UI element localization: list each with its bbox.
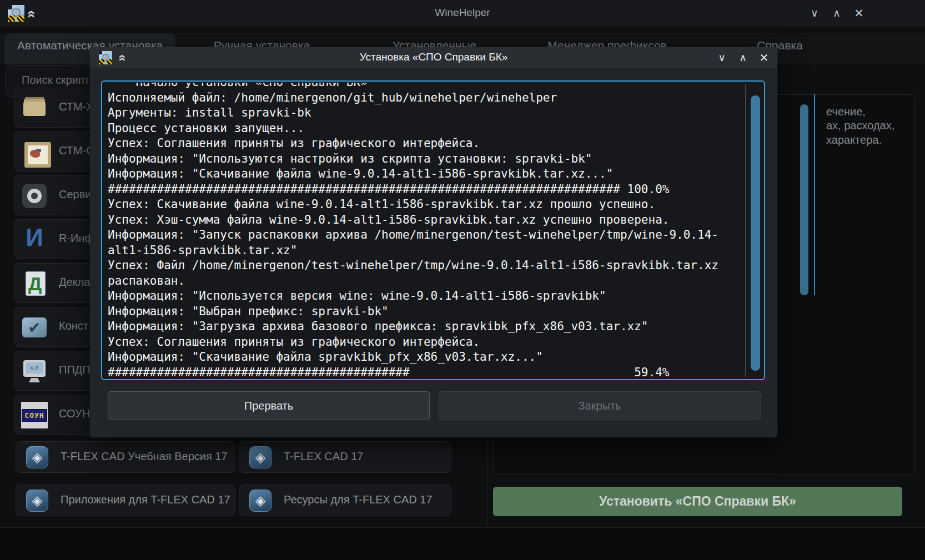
log-line: Информация: "Скачивание файла spravkibk_…: [108, 350, 763, 365]
scripts-list-scrollbar[interactable]: [800, 104, 808, 295]
script-item-label: СТМ-Х: [59, 100, 94, 113]
log-line: Успех: Хэш-сумма файла wine-9.0.14-alt1-…: [108, 213, 763, 228]
log-line: Исполняемый файл: /home/minergenon/git_h…: [108, 90, 763, 106]
log-scrollbar-track: [745, 84, 746, 377]
script-item-label: ППДП: [59, 364, 91, 376]
scripts-panel-edge: [814, 94, 815, 295]
document-icon: Д: [21, 270, 48, 297]
log-progress-line-current: ########################################…: [108, 365, 763, 379]
script-item-label: T-FLEX CAD Учебная Версия 17: [61, 450, 228, 463]
script-item-tflex-study[interactable]: ◈ T-FLEX CAD Учебная Версия 17: [16, 441, 235, 473]
script-item-label: T-FLEX CAD 17: [284, 450, 363, 463]
script-item-label: Приложения для T-FLEX CAD 17: [61, 493, 230, 506]
minimize-button[interactable]: ∨: [806, 6, 823, 21]
abort-button[interactable]: Прервать: [108, 391, 430, 420]
script-item-tflex-apps[interactable]: ◈ Приложения для T-FLEX CAD 17: [16, 485, 235, 516]
main-window-title: WineHelper: [0, 7, 925, 19]
log-line: распакован.: [108, 274, 763, 289]
picture-frame-icon: [21, 139, 48, 165]
script-item-tflex-resources[interactable]: ◈ Ресурсы для T-FLEX CAD 17: [239, 485, 451, 516]
soun-logo-icon: СОУН: [21, 402, 48, 428]
install-dialog: ⚙ « Установка «СПО Справки БК» ∨ ∧ ✕ Нач…: [90, 47, 777, 437]
description-text-fragment: ах, расходах,: [826, 119, 894, 132]
log-line: Процесс установки запущен...: [108, 121, 763, 137]
ring-icon: [21, 183, 48, 209]
monitor-icon: ч.2: [21, 358, 48, 385]
script-item-label: R-Инф: [59, 232, 94, 245]
script-item-label: СТМ-С: [59, 144, 94, 157]
log-line: Успех: Скачивание файла wine-9.0.14-alt1…: [108, 197, 763, 213]
dialog-minimize-button[interactable]: ∨: [713, 50, 730, 65]
log-line: alt1-i586-spravkibk.tar.xz": [108, 243, 763, 259]
script-item-label: Конст: [59, 320, 88, 332]
log-line: Начало установки «СПО Справки БК»: [108, 83, 763, 90]
dialog-maximize-button[interactable]: ∧: [735, 50, 751, 65]
description-text-fragment: ечение,: [826, 105, 866, 118]
panel-divider: [487, 438, 487, 526]
log-line: Информация: "Скачивание файла wine-9.0.1…: [108, 167, 763, 182]
log-progress-line-complete: ########################################…: [108, 182, 763, 198]
checkmark-screen-icon: ✔: [21, 314, 48, 341]
letter-i-icon: И: [21, 226, 48, 253]
log-line: Информация: "Используется версия wine: w…: [108, 289, 763, 304]
close-dialog-button[interactable]: Закрыть: [439, 391, 761, 420]
description-text-fragment: характера.: [826, 134, 882, 147]
log-line: Аргументы: install spravki-bk: [108, 105, 763, 121]
dialog-title: Установка «СПО Справки БК»: [90, 51, 777, 63]
log-line: Успех: Соглашения приняты из графическог…: [108, 136, 763, 152]
desktop-screen: ⚙ « WineHelper ∨ ∧ ✕ Автоматическая уста…: [0, 0, 925, 560]
log-line: Успех: Файл /home/minergenon/test-winehe…: [108, 258, 763, 274]
script-item-label: Декла: [59, 276, 90, 289]
log-line: Информация: "Выбран префикс: spravki-bk": [108, 304, 763, 320]
log-content: Начало установки «СПО Справки БК» Исполн…: [108, 83, 763, 378]
log-line: Информация: "Загрузка архива базового пр…: [108, 319, 763, 335]
window-bottom-strip: [0, 527, 925, 560]
log-line: Информация: "Используются настройки из с…: [108, 152, 763, 167]
script-item-label: СОУН: [59, 407, 90, 420]
log-scrollbar-thumb[interactable]: [751, 95, 760, 371]
tflex-cad-icon: ◈: [26, 446, 48, 468]
dialog-titlebar: ⚙ « Установка «СПО Справки БК» ∨ ∧ ✕: [90, 47, 777, 68]
maximize-button[interactable]: ∧: [828, 6, 845, 21]
script-item-tflex-cad17[interactable]: ◈ T-FLEX CAD 17: [239, 441, 451, 473]
log-line: Информация: "Запуск распаковки архива /h…: [108, 228, 763, 243]
search-placeholder: Поиск скрипта: [22, 74, 95, 87]
install-log-output[interactable]: Начало установки «СПО Справки БК» Исполн…: [101, 80, 765, 380]
dialog-close-button[interactable]: ✕: [756, 50, 772, 65]
tflex-cad-icon: ◈: [249, 490, 272, 512]
log-viewport: Начало установки «СПО Справки БК» Исполн…: [103, 83, 763, 378]
script-item-label: Серви: [59, 188, 92, 201]
script-item-label: Ресурсы для T-FLEX CAD 17: [284, 493, 433, 506]
main-titlebar: ⚙ « WineHelper ∨ ∧ ✕: [0, 0, 925, 27]
tflex-cad-icon: ◈: [249, 446, 272, 468]
log-line: Успех: Соглашения приняты из графическог…: [108, 335, 763, 350]
tflex-cad-icon: ◈: [26, 490, 48, 512]
close-button[interactable]: ✕: [851, 6, 867, 21]
install-button[interactable]: Установить «СПО Справки БК»: [493, 487, 902, 516]
folders-icon: [21, 95, 48, 122]
